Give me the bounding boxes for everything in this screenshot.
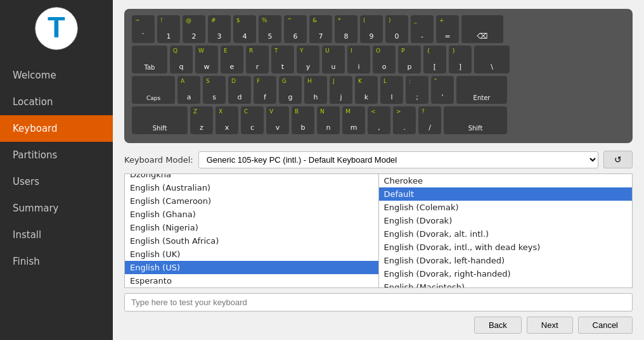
key-k: Kk: [355, 76, 378, 104]
key-b: Bb: [292, 106, 314, 134]
key-9: (9: [360, 15, 383, 43]
key-w: Ww: [195, 46, 218, 73]
bottom-buttons: Back Next Cancel: [124, 317, 633, 334]
next-button[interactable]: Next: [527, 317, 573, 334]
key-m: Mm: [342, 106, 365, 134]
key-backspace: ⌫: [461, 15, 503, 43]
key-v: Vv: [266, 106, 289, 134]
sidebar: T WelcomeLocationKeyboardPartitionsUsers…: [0, 0, 113, 340]
key-7: &7: [309, 15, 332, 43]
list-item[interactable]: English (Colemak): [379, 201, 633, 214]
key-l: Ll: [380, 76, 403, 104]
key-6: ^6: [284, 15, 307, 43]
key-8: *8: [335, 15, 357, 43]
list-item[interactable]: English (US): [125, 261, 378, 274]
list-item[interactable]: English (Macintosh): [379, 280, 633, 287]
list-item[interactable]: English (Dvorak): [379, 214, 633, 227]
key-lshift: Shift: [132, 106, 188, 134]
key-rshift: Shift: [444, 106, 507, 134]
key-i: Ii: [347, 46, 370, 73]
list-item[interactable]: English (Australian): [125, 181, 378, 194]
key-h: Hh: [304, 76, 327, 104]
list-item[interactable]: English (Nigeria): [125, 221, 378, 234]
key-tilde: ~`: [132, 15, 155, 43]
keyboard-test-input[interactable]: [124, 293, 633, 312]
key-c: Cc: [241, 106, 264, 134]
key-quote: "': [431, 76, 454, 104]
key-comma: <,: [368, 106, 390, 134]
list-item[interactable]: English (Ghana): [125, 208, 378, 221]
list-item[interactable]: English (Dvorak, intl., with dead keys): [379, 241, 633, 254]
svg-text:T: T: [48, 11, 65, 44]
list-item[interactable]: English (South Africa): [125, 234, 378, 248]
key-q: Qq: [170, 46, 193, 73]
key-u: Uu: [322, 46, 345, 73]
cancel-button[interactable]: Cancel: [578, 317, 633, 334]
key-j: Jj: [330, 76, 352, 104]
sidebar-item-welcome[interactable]: Welcome: [0, 62, 113, 89]
key-o: Oo: [373, 46, 396, 73]
keyboard-visual: ~` !1 @2 #3 $4 %5 ^6 &7 *8 (9 )0 _- += ⌫…: [124, 9, 633, 143]
key-a: Aa: [177, 76, 200, 104]
keyboard-model-select[interactable]: Generic 105-key PC (intl.) - Default Key…: [198, 151, 598, 168]
key-tab: Tab: [132, 46, 167, 73]
key-d: Dd: [228, 76, 251, 104]
keyboard-model-row: Keyboard Model: Generic 105-key PC (intl…: [124, 151, 633, 168]
key-3: #3: [208, 15, 231, 43]
key-minus: _-: [411, 15, 434, 43]
key-equal: +=: [436, 15, 459, 43]
list-item[interactable]: Esperanto: [125, 274, 378, 287]
key-2: @2: [183, 15, 205, 43]
list-item[interactable]: English (Dvorak, left-handed): [379, 254, 633, 267]
sidebar-item-finish[interactable]: Finish: [0, 248, 113, 275]
key-0: )0: [385, 15, 408, 43]
nav-list: WelcomeLocationKeyboardPartitionsUsersSu…: [0, 62, 113, 275]
key-slash: ?/: [418, 106, 441, 134]
key-4: $4: [233, 15, 256, 43]
reset-button[interactable]: ↺: [603, 151, 633, 168]
key-f: Ff: [254, 76, 276, 104]
key-backslash: \: [474, 46, 510, 73]
sidebar-item-partitions[interactable]: Partitions: [0, 142, 113, 168]
key-n: Nn: [317, 106, 340, 134]
list-item[interactable]: English (Cameroon): [125, 194, 378, 208]
key-r: Rr: [246, 46, 269, 73]
key-x: Xx: [216, 106, 238, 134]
keyboard-lists: CroatianCzechDanishDhivehiDutchDzongkhaE…: [124, 173, 633, 288]
key-rbracket: }]: [449, 46, 472, 73]
sidebar-item-users[interactable]: Users: [0, 168, 113, 195]
key-g: Gg: [279, 76, 302, 104]
list-item[interactable]: English (Dvorak, alt. intl.): [379, 227, 633, 241]
list-item[interactable]: Dzongkha: [125, 174, 378, 181]
key-t: Tt: [271, 46, 294, 73]
key-capslock: Caps: [132, 76, 175, 104]
layout-list[interactable]: CherokeeDefaultEnglish (Colemak)English …: [379, 174, 633, 287]
sidebar-item-summary[interactable]: Summary: [0, 195, 113, 222]
sidebar-item-install[interactable]: Install: [0, 222, 113, 248]
list-item[interactable]: English (UK): [125, 248, 378, 261]
key-1: !1: [157, 15, 180, 43]
key-z: Zz: [190, 106, 213, 134]
sidebar-item-keyboard[interactable]: Keyboard: [0, 115, 113, 142]
app-logo: T: [34, 6, 79, 51]
key-e: Ee: [221, 46, 243, 73]
key-p: Pp: [398, 46, 421, 73]
main-content: ~` !1 @2 #3 $4 %5 ^6 &7 *8 (9 )0 _- += ⌫…: [113, 0, 644, 340]
keyboard-model-label: Keyboard Model:: [124, 155, 193, 165]
key-5: %5: [259, 15, 281, 43]
key-enter: Enter: [456, 76, 507, 104]
key-period: >.: [393, 106, 416, 134]
list-item[interactable]: Default: [379, 187, 633, 201]
sidebar-item-location[interactable]: Location: [0, 89, 113, 115]
key-y: Yy: [297, 46, 319, 73]
key-semicolon: :;: [406, 76, 428, 104]
list-item[interactable]: Cherokee: [379, 174, 633, 187]
language-list[interactable]: CroatianCzechDanishDhivehiDutchDzongkhaE…: [125, 174, 379, 287]
key-s: Ss: [203, 76, 226, 104]
key-lbracket: {[: [423, 46, 446, 73]
list-item[interactable]: English (Dvorak, right-handed): [379, 267, 633, 280]
back-button[interactable]: Back: [474, 317, 522, 334]
